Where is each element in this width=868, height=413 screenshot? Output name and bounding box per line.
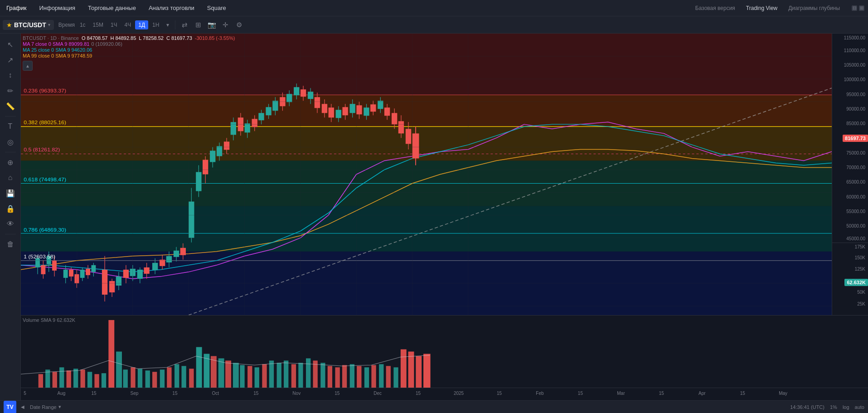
tf-1h[interactable]: 1Ч <box>107 20 121 29</box>
shape-tool[interactable]: ◎ <box>3 135 18 149</box>
svg-text:0.618 (74498.47): 0.618 (74498.47) <box>24 177 66 182</box>
svg-rect-86 <box>286 94 292 102</box>
maximize-btn[interactable]: ⊞ <box>859 5 864 11</box>
lock-tool[interactable]: 🔒 <box>3 201 18 216</box>
pen-tool[interactable]: ✏ <box>3 83 18 98</box>
chart-row: BTCUSDT · 1D · Binance O 84708.57 H 8489… <box>21 34 868 315</box>
nav-info[interactable]: Информация <box>36 3 78 13</box>
time-label-2025: 2025 <box>454 391 464 396</box>
arrow-tool[interactable]: ↕ <box>3 68 18 83</box>
time-label-15-2: 15 <box>172 391 177 396</box>
settings-icon[interactable]: ⚙ <box>233 19 245 31</box>
home-tool[interactable]: ⌂ <box>3 170 18 185</box>
screenshot-icon[interactable]: 📷 <box>205 19 218 31</box>
svg-rect-151 <box>53 372 57 388</box>
zoom-mode[interactable]: auto <box>855 404 864 410</box>
price-tick-65k: 65000.00 <box>846 180 865 185</box>
svg-rect-64 <box>210 151 215 162</box>
svg-rect-62 <box>203 160 208 174</box>
svg-rect-94 <box>315 97 320 108</box>
svg-rect-30 <box>86 269 90 275</box>
vol-tick-175k: 175K <box>855 244 865 249</box>
time-label-15-3: 15 <box>253 391 258 396</box>
collapse-btn[interactable]: ▲ <box>23 61 33 71</box>
delete-tool[interactable]: 🗑 <box>3 237 18 252</box>
svg-rect-68 <box>224 141 229 150</box>
symbol-selector[interactable]: ★ BTC/USDT ▾ <box>3 20 54 30</box>
vol-tick-150k: 150K <box>855 255 865 260</box>
chart-main[interactable]: BTCUSDT · 1D · Binance O 84708.57 H 8489… <box>21 34 832 315</box>
price-scale-main: 115000.00 110000.00 105000.00 100000.00 … <box>832 34 868 243</box>
svg-rect-198 <box>393 367 398 388</box>
minimize-btn[interactable]: ⊟ <box>852 5 857 11</box>
star-icon: ★ <box>6 21 12 29</box>
magnet-tool[interactable]: ⊕ <box>3 155 18 170</box>
ma25-label: MA 25 close 0 SMA 9 94620.06 <box>23 47 92 53</box>
svg-rect-34 <box>102 270 107 295</box>
tf-4h[interactable]: 4Ч <box>121 20 135 29</box>
volume-info: Volume SMA 9 62.632K <box>23 317 75 323</box>
date-range-btn[interactable]: Date Range ▾ <box>30 404 61 410</box>
eye-tool[interactable]: 👁 <box>3 217 18 231</box>
save-tool[interactable]: 💾 <box>3 186 18 200</box>
zoom-pct[interactable]: 1% <box>830 404 837 410</box>
nav-trade-data[interactable]: Торговые данные <box>85 3 139 13</box>
svg-rect-188 <box>320 363 325 388</box>
svg-rect-24 <box>69 270 73 277</box>
trading-view-btn[interactable]: Trading View <box>743 4 780 13</box>
tf-dropdown[interactable]: ▾ <box>163 20 172 29</box>
time-axis-labels: 5 Aug 15 Sep 15 Oct 15 Nov 15 Dec 15 202… <box>21 388 832 400</box>
svg-rect-182 <box>277 363 281 388</box>
svg-rect-192 <box>350 364 354 388</box>
symbol-dropdown-icon: ▾ <box>48 22 50 27</box>
svg-rect-38 <box>116 277 121 286</box>
ruler-tool[interactable]: 📏 <box>3 99 18 113</box>
time-label: Время <box>58 22 75 28</box>
crosshair-icon[interactable]: ✛ <box>219 19 232 31</box>
svg-rect-186 <box>306 358 310 388</box>
tf-1s[interactable]: 1с <box>77 20 89 29</box>
depth-charts-btn[interactable]: Диаграммы глубины <box>786 4 843 13</box>
svg-rect-158 <box>102 373 106 388</box>
time-label-5: 5 <box>24 391 26 396</box>
text-tool[interactable]: T <box>3 119 18 134</box>
vol-tick-125k: 125K <box>855 267 865 272</box>
chart-toolbar: ★ BTC/USDT ▾ Время 1с 15М 1Ч 4Ч 1Д 1Н ▾ … <box>0 16 868 34</box>
logo-arrow[interactable]: ◀ <box>21 404 24 409</box>
nav-chart[interactable]: График <box>4 3 29 13</box>
svg-rect-66 <box>217 146 222 156</box>
svg-rect-82 <box>272 101 278 111</box>
volume-chart-main: Volume SMA 9 62.632K <box>21 316 868 388</box>
svg-rect-160 <box>116 352 122 388</box>
price-tick-50k: 50000.00 <box>846 224 865 228</box>
tf-1d[interactable]: 1Д <box>135 20 148 29</box>
tf-15m[interactable]: 15М <box>90 20 107 29</box>
compare-icon[interactable]: ⇄ <box>178 19 191 31</box>
ma7-extra: 0 (109920.06) <box>91 41 122 47</box>
symbol-name: BTC/USDT <box>14 21 46 29</box>
time-label-15-7: 15 <box>578 391 583 396</box>
indicators-icon[interactable]: ⊞ <box>192 19 204 31</box>
trend-line-tool[interactable]: ↗ <box>3 53 18 67</box>
nav-trade-analysis[interactable]: Анализ торговли <box>146 3 197 13</box>
chart-volume: Volume SMA 9 62.632K <box>21 315 868 388</box>
svg-rect-70 <box>231 122 236 135</box>
svg-rect-106 <box>356 105 362 114</box>
high-val: H 84892.85 <box>110 35 136 41</box>
svg-rect-52 <box>166 256 172 262</box>
svg-rect-201 <box>416 356 422 388</box>
nav-square[interactable]: Square <box>204 3 229 13</box>
base-version-btn[interactable]: Базовая версия <box>693 4 738 13</box>
svg-rect-58 <box>189 202 194 238</box>
toolbar-sep-1 <box>175 20 175 29</box>
svg-rect-118 <box>398 121 404 133</box>
cursor-tool[interactable]: ↖ <box>3 37 18 52</box>
logo-area: TV ◀ <box>4 401 24 413</box>
svg-text:0.5 (81261.82): 0.5 (81261.82) <box>24 148 60 153</box>
zoom-label[interactable]: log <box>843 404 849 410</box>
svg-rect-120 <box>406 129 411 144</box>
tf-1w[interactable]: 1Н <box>149 20 162 29</box>
time-axis: 5 Aug 15 Sep 15 Oct 15 Nov 15 Dec 15 202… <box>21 388 868 400</box>
time-label-15-5: 15 <box>416 391 421 396</box>
time-display: 14:36:41 (UTC) <box>790 404 824 410</box>
